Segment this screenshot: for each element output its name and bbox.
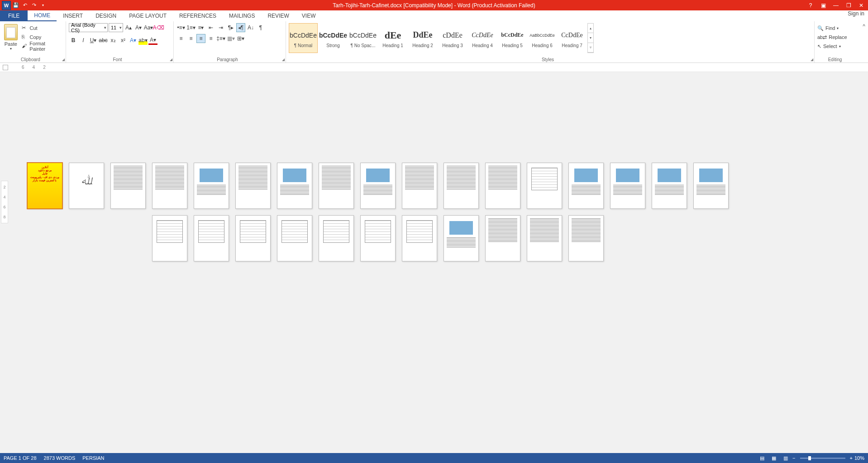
grow-font-button[interactable]: A▴ <box>124 23 133 32</box>
style-normal[interactable]: bCcDdEe¶ Normal <box>289 23 318 53</box>
strikethrough-button[interactable]: abc <box>99 36 108 45</box>
paragraph-dialog-icon[interactable]: ◢ <box>282 58 285 62</box>
paste-button[interactable]: Paste ▾ <box>3 23 19 62</box>
page-thumbnail[interactable] <box>527 215 562 261</box>
shrink-font-button[interactable]: A▾ <box>134 23 143 32</box>
style-heading-5[interactable]: bCcDdEeHeading 5 <box>498 23 527 53</box>
page-thumbnail[interactable] <box>568 163 604 209</box>
tab-review[interactable]: REVIEW <box>261 10 295 21</box>
style-heading-3[interactable]: cDdEeHeading 3 <box>438 23 467 53</box>
page-thumbnail[interactable] <box>235 163 271 209</box>
tab-mailings[interactable]: MAILINGS <box>223 10 261 21</box>
font-color-button[interactable]: A▾ <box>148 36 157 45</box>
tab-references[interactable]: REFERENCES <box>173 10 223 21</box>
page-thumbnail[interactable] <box>444 215 479 261</box>
align-left-button[interactable]: ≡ <box>176 34 186 43</box>
rtl-direction-button[interactable]: ◂¶ <box>236 23 245 32</box>
decrease-indent-button[interactable]: ⇤ <box>206 23 215 32</box>
page-thumbnail[interactable] <box>485 215 520 261</box>
line-spacing-button[interactable]: ‡≡▾ <box>216 34 225 43</box>
style-heading-7[interactable]: CcDdEeHeading 7 <box>558 23 587 53</box>
numbering-button[interactable]: 1≡▾ <box>186 23 196 32</box>
sign-in-link[interactable]: Sign in <box>848 10 864 17</box>
vertical-ruler[interactable]: 2 4 6 8 <box>1 181 8 223</box>
zoom-out-button[interactable]: − <box>792 455 795 461</box>
superscript-button[interactable]: x² <box>119 36 128 45</box>
tab-selector-icon[interactable] <box>3 65 8 70</box>
page-thumbnail[interactable] <box>360 215 396 261</box>
page-thumbnail[interactable] <box>402 163 437 209</box>
page-thumbnail[interactable] <box>277 215 312 261</box>
close-icon[interactable]: ✕ <box>856 2 866 9</box>
show-marks-button[interactable]: ¶ <box>256 23 265 32</box>
page-thumbnail[interactable] <box>444 163 479 209</box>
redo-icon[interactable]: ↷ <box>30 1 38 10</box>
word-count[interactable]: 2873 WORDS <box>44 455 76 461</box>
style-heading-6[interactable]: AaBbCcDdEeHeading 6 <box>528 23 557 53</box>
zoom-slider[interactable] <box>800 458 845 459</box>
style-no-spacing[interactable]: bCcDdEe¶ No Spac... <box>348 23 377 53</box>
style-heading-1[interactable]: dEeHeading 1 <box>378 23 407 53</box>
page-thumbnail[interactable] <box>527 163 562 209</box>
cut-button[interactable]: ✂Cut <box>21 24 63 32</box>
style-heading-4[interactable]: CcDdEeHeading 4 <box>468 23 497 53</box>
styles-more-button[interactable]: ▴▾▿ <box>587 23 594 53</box>
paste-dropdown-icon[interactable]: ▾ <box>10 47 12 51</box>
styles-dialog-icon[interactable]: ◢ <box>811 58 813 62</box>
tab-file[interactable]: FILE <box>0 10 28 21</box>
page-thumbnail[interactable] <box>652 163 687 209</box>
collapse-ribbon-icon[interactable]: ^ <box>860 21 868 63</box>
font-dialog-icon[interactable]: ◢ <box>170 58 172 62</box>
horizontal-ruler[interactable]: 642 <box>0 63 868 72</box>
italic-button[interactable]: I <box>79 36 88 45</box>
page-thumbnail[interactable]: ﷲ <box>69 163 104 209</box>
print-layout-button[interactable]: ▦ <box>769 454 779 462</box>
ribbon-display-icon[interactable]: ▣ <box>818 2 828 9</box>
page-count[interactable]: PAGE 1 OF 28 <box>4 455 37 461</box>
page-thumbnail[interactable] <box>485 163 520 209</box>
language-indicator[interactable]: PERSIAN <box>82 455 104 461</box>
clipboard-dialog-icon[interactable]: ◢ <box>62 58 65 62</box>
ltr-direction-button[interactable]: ¶▸ <box>226 23 235 32</box>
page-thumbnail[interactable] <box>319 163 354 209</box>
page-thumbnail[interactable] <box>235 215 271 261</box>
shading-button[interactable]: ▦▾ <box>226 34 235 43</box>
minimize-icon[interactable]: — <box>831 2 841 9</box>
font-size-combo[interactable]: 11 <box>109 23 123 32</box>
restore-icon[interactable]: ❐ <box>844 2 854 9</box>
increase-indent-button[interactable]: ⇥ <box>216 23 225 32</box>
page-thumbnail[interactable] <box>110 163 146 209</box>
page-thumbnail[interactable] <box>152 163 187 209</box>
copy-button[interactable]: ⎘Copy <box>21 33 63 41</box>
zoom-in-button[interactable]: + <box>850 455 853 461</box>
find-button[interactable]: 🔍Find▾ <box>817 24 847 32</box>
undo-icon[interactable]: ↶ <box>21 1 29 10</box>
align-right-button[interactable]: ≡ <box>196 34 205 43</box>
highlight-button[interactable]: ab▾ <box>138 36 148 45</box>
underline-button[interactable]: U▾ <box>89 36 98 45</box>
page-thumbnail[interactable] <box>194 163 229 209</box>
page-thumbnail[interactable] <box>277 163 312 209</box>
format-painter-button[interactable]: 🖌Format Painter <box>21 42 63 50</box>
document-area[interactable]: 2 4 6 8 آنلاینمرجع دانلودفایلوردی دی اف … <box>0 72 868 453</box>
borders-button[interactable]: ⊞▾ <box>236 34 245 43</box>
multilevel-button[interactable]: ≡▾ <box>196 23 205 32</box>
text-effects-button[interactable]: A▾ <box>129 36 138 45</box>
page-thumbnail[interactable] <box>194 215 229 261</box>
change-case-button[interactable]: Aa▾ <box>144 23 153 32</box>
web-layout-button[interactable]: ▥ <box>781 454 791 462</box>
page-thumbnail[interactable] <box>319 215 354 261</box>
tab-insert[interactable]: INSERT <box>57 10 89 21</box>
subscript-button[interactable]: x₂ <box>109 36 118 45</box>
tab-page-layout[interactable]: PAGE LAYOUT <box>123 10 173 21</box>
justify-button[interactable]: ≡ <box>206 34 215 43</box>
qat-dropdown-icon[interactable]: ▾ <box>39 1 47 10</box>
page-thumbnail[interactable] <box>402 215 437 261</box>
align-center-button[interactable]: ≡ <box>186 34 196 43</box>
page-thumbnail[interactable] <box>693 163 729 209</box>
clear-formatting-button[interactable]: A⌫ <box>154 23 163 32</box>
read-mode-button[interactable]: ▤ <box>757 454 767 462</box>
sort-button[interactable]: A↓ <box>246 23 255 32</box>
style-strong[interactable]: bCcDdEeStrong <box>319 23 348 53</box>
tab-view[interactable]: VIEW <box>296 10 322 21</box>
